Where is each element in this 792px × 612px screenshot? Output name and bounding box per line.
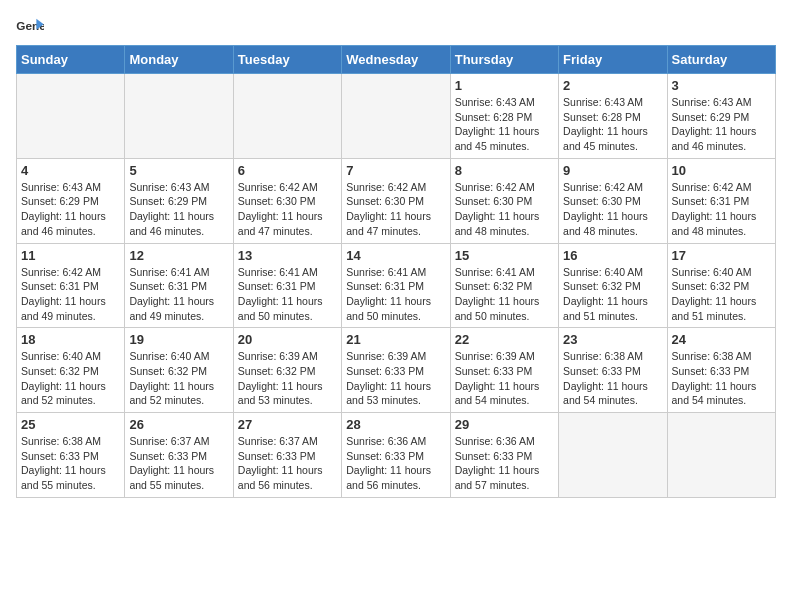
- day-number: 18: [21, 332, 120, 347]
- calendar-week-row: 25Sunrise: 6:38 AM Sunset: 6:33 PM Dayli…: [17, 413, 776, 498]
- day-number: 29: [455, 417, 554, 432]
- weekday-header-monday: Monday: [125, 46, 233, 74]
- calendar-week-row: 18Sunrise: 6:40 AM Sunset: 6:32 PM Dayli…: [17, 328, 776, 413]
- calendar-cell: [559, 413, 667, 498]
- weekday-header-thursday: Thursday: [450, 46, 558, 74]
- day-info: Sunrise: 6:40 AM Sunset: 6:32 PM Dayligh…: [672, 265, 771, 324]
- calendar-cell: 21Sunrise: 6:39 AM Sunset: 6:33 PM Dayli…: [342, 328, 450, 413]
- day-info: Sunrise: 6:38 AM Sunset: 6:33 PM Dayligh…: [563, 349, 662, 408]
- calendar-cell: 6Sunrise: 6:42 AM Sunset: 6:30 PM Daylig…: [233, 158, 341, 243]
- day-info: Sunrise: 6:43 AM Sunset: 6:28 PM Dayligh…: [563, 95, 662, 154]
- calendar-cell: [233, 74, 341, 159]
- weekday-header-friday: Friday: [559, 46, 667, 74]
- weekday-header-saturday: Saturday: [667, 46, 775, 74]
- calendar-week-row: 1Sunrise: 6:43 AM Sunset: 6:28 PM Daylig…: [17, 74, 776, 159]
- day-number: 13: [238, 248, 337, 263]
- page-header: General: [16, 16, 776, 37]
- day-number: 16: [563, 248, 662, 263]
- calendar-week-row: 4Sunrise: 6:43 AM Sunset: 6:29 PM Daylig…: [17, 158, 776, 243]
- calendar-cell: 16Sunrise: 6:40 AM Sunset: 6:32 PM Dayli…: [559, 243, 667, 328]
- day-number: 5: [129, 163, 228, 178]
- calendar-cell: 13Sunrise: 6:41 AM Sunset: 6:31 PM Dayli…: [233, 243, 341, 328]
- day-number: 3: [672, 78, 771, 93]
- day-info: Sunrise: 6:40 AM Sunset: 6:32 PM Dayligh…: [129, 349, 228, 408]
- day-number: 6: [238, 163, 337, 178]
- day-info: Sunrise: 6:38 AM Sunset: 6:33 PM Dayligh…: [672, 349, 771, 408]
- calendar-cell: [342, 74, 450, 159]
- logo: General: [16, 16, 48, 37]
- day-number: 25: [21, 417, 120, 432]
- calendar-cell: 11Sunrise: 6:42 AM Sunset: 6:31 PM Dayli…: [17, 243, 125, 328]
- calendar-cell: 2Sunrise: 6:43 AM Sunset: 6:28 PM Daylig…: [559, 74, 667, 159]
- day-info: Sunrise: 6:42 AM Sunset: 6:30 PM Dayligh…: [238, 180, 337, 239]
- calendar-cell: 7Sunrise: 6:42 AM Sunset: 6:30 PM Daylig…: [342, 158, 450, 243]
- calendar-cell: 12Sunrise: 6:41 AM Sunset: 6:31 PM Dayli…: [125, 243, 233, 328]
- day-number: 28: [346, 417, 445, 432]
- weekday-header-row: SundayMondayTuesdayWednesdayThursdayFrid…: [17, 46, 776, 74]
- day-number: 4: [21, 163, 120, 178]
- day-info: Sunrise: 6:41 AM Sunset: 6:32 PM Dayligh…: [455, 265, 554, 324]
- day-info: Sunrise: 6:38 AM Sunset: 6:33 PM Dayligh…: [21, 434, 120, 493]
- calendar-week-row: 11Sunrise: 6:42 AM Sunset: 6:31 PM Dayli…: [17, 243, 776, 328]
- weekday-header-tuesday: Tuesday: [233, 46, 341, 74]
- day-number: 22: [455, 332, 554, 347]
- day-info: Sunrise: 6:41 AM Sunset: 6:31 PM Dayligh…: [346, 265, 445, 324]
- calendar-cell: [125, 74, 233, 159]
- weekday-header-wednesday: Wednesday: [342, 46, 450, 74]
- day-number: 9: [563, 163, 662, 178]
- day-info: Sunrise: 6:39 AM Sunset: 6:33 PM Dayligh…: [455, 349, 554, 408]
- day-info: Sunrise: 6:43 AM Sunset: 6:29 PM Dayligh…: [21, 180, 120, 239]
- day-number: 7: [346, 163, 445, 178]
- calendar-cell: 15Sunrise: 6:41 AM Sunset: 6:32 PM Dayli…: [450, 243, 558, 328]
- calendar-cell: 26Sunrise: 6:37 AM Sunset: 6:33 PM Dayli…: [125, 413, 233, 498]
- day-number: 24: [672, 332, 771, 347]
- day-info: Sunrise: 6:43 AM Sunset: 6:28 PM Dayligh…: [455, 95, 554, 154]
- day-info: Sunrise: 6:41 AM Sunset: 6:31 PM Dayligh…: [129, 265, 228, 324]
- calendar-cell: 24Sunrise: 6:38 AM Sunset: 6:33 PM Dayli…: [667, 328, 775, 413]
- day-number: 26: [129, 417, 228, 432]
- calendar-cell: 27Sunrise: 6:37 AM Sunset: 6:33 PM Dayli…: [233, 413, 341, 498]
- calendar-cell: 28Sunrise: 6:36 AM Sunset: 6:33 PM Dayli…: [342, 413, 450, 498]
- calendar-cell: 20Sunrise: 6:39 AM Sunset: 6:32 PM Dayli…: [233, 328, 341, 413]
- day-info: Sunrise: 6:40 AM Sunset: 6:32 PM Dayligh…: [563, 265, 662, 324]
- calendar-cell: 3Sunrise: 6:43 AM Sunset: 6:29 PM Daylig…: [667, 74, 775, 159]
- calendar-cell: 4Sunrise: 6:43 AM Sunset: 6:29 PM Daylig…: [17, 158, 125, 243]
- calendar-cell: 18Sunrise: 6:40 AM Sunset: 6:32 PM Dayli…: [17, 328, 125, 413]
- calendar-cell: [17, 74, 125, 159]
- calendar-table: SundayMondayTuesdayWednesdayThursdayFrid…: [16, 45, 776, 498]
- weekday-header-sunday: Sunday: [17, 46, 125, 74]
- day-info: Sunrise: 6:37 AM Sunset: 6:33 PM Dayligh…: [238, 434, 337, 493]
- day-number: 12: [129, 248, 228, 263]
- day-number: 14: [346, 248, 445, 263]
- day-info: Sunrise: 6:42 AM Sunset: 6:30 PM Dayligh…: [563, 180, 662, 239]
- day-number: 8: [455, 163, 554, 178]
- calendar-cell: 23Sunrise: 6:38 AM Sunset: 6:33 PM Dayli…: [559, 328, 667, 413]
- day-number: 17: [672, 248, 771, 263]
- day-info: Sunrise: 6:43 AM Sunset: 6:29 PM Dayligh…: [672, 95, 771, 154]
- day-number: 10: [672, 163, 771, 178]
- calendar-cell: 17Sunrise: 6:40 AM Sunset: 6:32 PM Dayli…: [667, 243, 775, 328]
- day-number: 11: [21, 248, 120, 263]
- calendar-cell: 14Sunrise: 6:41 AM Sunset: 6:31 PM Dayli…: [342, 243, 450, 328]
- day-info: Sunrise: 6:39 AM Sunset: 6:32 PM Dayligh…: [238, 349, 337, 408]
- day-info: Sunrise: 6:42 AM Sunset: 6:31 PM Dayligh…: [21, 265, 120, 324]
- calendar-cell: [667, 413, 775, 498]
- calendar-cell: 10Sunrise: 6:42 AM Sunset: 6:31 PM Dayli…: [667, 158, 775, 243]
- day-info: Sunrise: 6:42 AM Sunset: 6:31 PM Dayligh…: [672, 180, 771, 239]
- calendar-cell: 22Sunrise: 6:39 AM Sunset: 6:33 PM Dayli…: [450, 328, 558, 413]
- day-number: 15: [455, 248, 554, 263]
- day-number: 20: [238, 332, 337, 347]
- calendar-cell: 29Sunrise: 6:36 AM Sunset: 6:33 PM Dayli…: [450, 413, 558, 498]
- day-info: Sunrise: 6:36 AM Sunset: 6:33 PM Dayligh…: [346, 434, 445, 493]
- day-info: Sunrise: 6:36 AM Sunset: 6:33 PM Dayligh…: [455, 434, 554, 493]
- calendar-cell: 5Sunrise: 6:43 AM Sunset: 6:29 PM Daylig…: [125, 158, 233, 243]
- day-number: 27: [238, 417, 337, 432]
- day-number: 21: [346, 332, 445, 347]
- day-info: Sunrise: 6:39 AM Sunset: 6:33 PM Dayligh…: [346, 349, 445, 408]
- logo-icon: General: [16, 17, 44, 37]
- day-info: Sunrise: 6:41 AM Sunset: 6:31 PM Dayligh…: [238, 265, 337, 324]
- day-number: 19: [129, 332, 228, 347]
- calendar-cell: 19Sunrise: 6:40 AM Sunset: 6:32 PM Dayli…: [125, 328, 233, 413]
- calendar-cell: 1Sunrise: 6:43 AM Sunset: 6:28 PM Daylig…: [450, 74, 558, 159]
- day-number: 2: [563, 78, 662, 93]
